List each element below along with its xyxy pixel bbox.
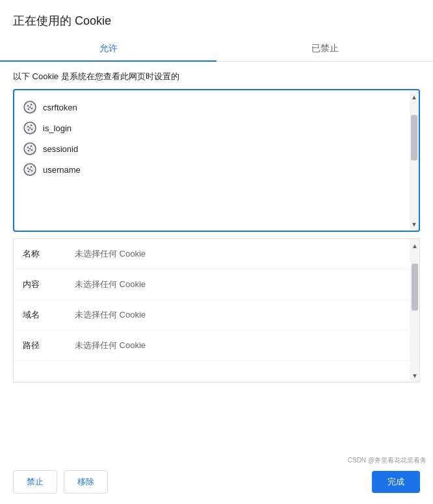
svg-point-9: [31, 129, 33, 130]
svg-point-14: [31, 145, 32, 147]
detail-value-domain: 未选择任何 Cookie: [75, 309, 146, 321]
list-item[interactable]: is_login: [14, 118, 419, 138]
subtitle: 以下 Cookie 是系统在您查看此网页时设置的: [0, 62, 433, 89]
page-container: 正在使用的 Cookie 允许 已禁止 以下 Cookie 是系统在您查看此网页…: [0, 0, 433, 504]
details-scroll-thumb[interactable]: [412, 264, 418, 310]
detail-row-path: 路径 未选择任何 Cookie: [14, 331, 419, 361]
details-scrollbar: ▲ ▼: [410, 239, 419, 382]
cookie-icon: [23, 121, 36, 134]
svg-point-16: [28, 150, 29, 151]
detail-row-content: 内容 未选择任何 Cookie: [14, 270, 419, 300]
svg-point-4: [28, 108, 29, 110]
svg-point-3: [31, 108, 33, 109]
svg-point-23: [29, 169, 31, 170]
detail-value-content: 未选择任何 Cookie: [75, 279, 146, 290]
details-wrapper: 名称 未选择任何 Cookie 内容 未选择任何 Cookie 域名 未选择任何…: [14, 239, 419, 382]
details-scroll-up-arrow[interactable]: ▲: [410, 239, 419, 252]
svg-point-22: [28, 171, 29, 172]
footer-area: 禁止 移除 完成: [0, 460, 433, 504]
cookie-name: is_login: [43, 123, 72, 133]
cookie-list-scroll[interactable]: csrftoken: [14, 90, 419, 231]
details-scroll-down-arrow[interactable]: ▼: [410, 369, 419, 382]
detail-label-name: 名称: [23, 248, 75, 260]
list-item[interactable]: csrftoken: [14, 97, 419, 118]
detail-row-name: 名称 未选择任何 Cookie: [14, 239, 419, 270]
svg-point-17: [29, 148, 31, 149]
cookie-name: csrftoken: [43, 103, 77, 112]
svg-point-2: [31, 104, 32, 105]
done-button[interactable]: 完成: [372, 471, 420, 493]
block-button[interactable]: 禁止: [13, 470, 57, 494]
scroll-down-arrow[interactable]: ▼: [410, 218, 419, 231]
svg-point-19: [27, 168, 29, 169]
cookie-icon: [23, 101, 36, 114]
cookie-icon: [23, 163, 36, 176]
svg-point-8: [31, 125, 32, 126]
svg-point-20: [31, 166, 32, 168]
svg-point-13: [27, 147, 29, 148]
details-scroll-thumb-area: [410, 252, 419, 369]
detail-row-domain: 域名 未选择任何 Cookie: [14, 300, 419, 331]
list-scrollbar: ▲ ▼: [410, 90, 419, 231]
svg-point-15: [31, 149, 33, 151]
cookie-list-wrapper: csrftoken: [13, 89, 420, 232]
details-section: 名称 未选择任何 Cookie 内容 未选择任何 Cookie 域名 未选择任何…: [13, 238, 420, 383]
scroll-thumb-area: [410, 103, 419, 218]
list-item[interactable]: username: [14, 159, 419, 180]
list-item[interactable]: sessionid: [14, 138, 419, 159]
page-title: 正在使用的 Cookie: [13, 13, 420, 29]
scroll-up-arrow[interactable]: ▲: [410, 90, 419, 103]
svg-point-5: [29, 107, 31, 108]
tabs-area: 允许 已禁止: [0, 36, 433, 62]
svg-point-1: [27, 105, 29, 107]
main-content: csrftoken: [0, 89, 433, 460]
cookie-name: sessionid: [43, 144, 78, 154]
detail-label-content: 内容: [23, 279, 75, 290]
watermark: CSDN @务里看花花里看务: [348, 456, 426, 465]
detail-label-path: 路径: [23, 340, 75, 351]
svg-point-21: [31, 170, 33, 171]
tab-allow[interactable]: 允许: [0, 36, 216, 61]
scroll-thumb[interactable]: [411, 115, 417, 160]
title-area: 正在使用的 Cookie: [0, 0, 433, 29]
remove-button[interactable]: 移除: [64, 470, 108, 494]
detail-value-path: 未选择任何 Cookie: [75, 340, 146, 351]
cookie-icon: [23, 142, 36, 155]
tab-blocked[interactable]: 已禁止: [216, 36, 433, 61]
cookie-list: csrftoken: [14, 90, 419, 186]
cookie-name: username: [43, 165, 81, 175]
svg-point-10: [28, 129, 29, 131]
svg-point-11: [29, 127, 31, 129]
detail-label-domain: 域名: [23, 309, 75, 321]
detail-value-name: 未选择任何 Cookie: [75, 248, 146, 260]
svg-point-7: [27, 126, 29, 127]
